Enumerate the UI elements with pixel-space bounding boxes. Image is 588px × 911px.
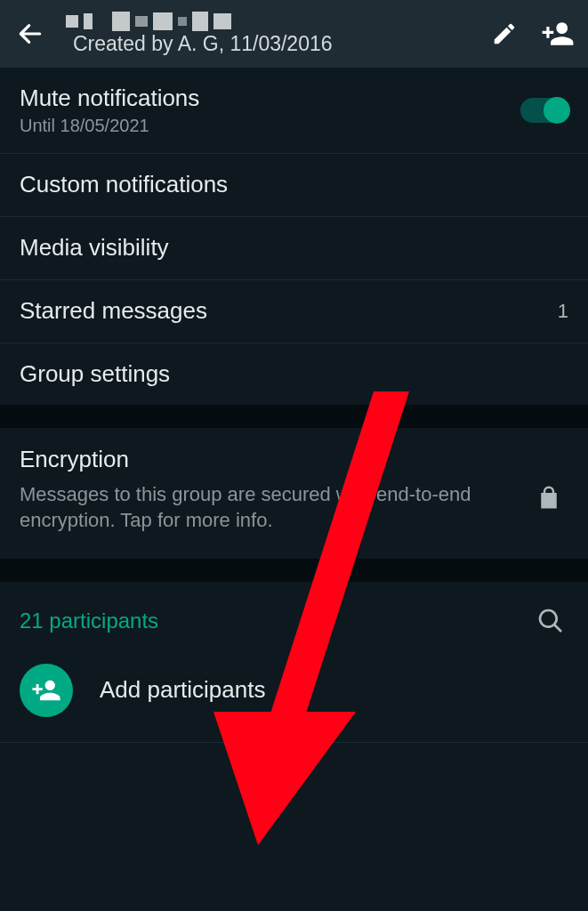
settings-section: Mute notifications Until 18/05/2021 Cust… bbox=[0, 68, 588, 405]
mute-notifications-row[interactable]: Mute notifications Until 18/05/2021 bbox=[0, 68, 588, 154]
group-created-by: Created by A. G, 11/03/2016 bbox=[73, 33, 469, 55]
add-participants-icon bbox=[20, 664, 73, 717]
group-settings-label: Group settings bbox=[20, 361, 568, 388]
section-divider bbox=[0, 405, 588, 428]
starred-messages-row[interactable]: Starred messages 1 bbox=[0, 280, 588, 343]
starred-count: 1 bbox=[558, 300, 568, 323]
app-bar: Created by A. G, 11/03/2016 bbox=[0, 0, 588, 68]
encryption-row[interactable]: Encryption Messages to this group are se… bbox=[0, 428, 588, 558]
lock-icon bbox=[529, 478, 568, 517]
title-area: Created by A. G, 11/03/2016 bbox=[66, 12, 469, 55]
add-participants-label: Add participants bbox=[100, 676, 265, 704]
add-participant-button[interactable] bbox=[540, 16, 576, 52]
custom-notif-label: Custom notifications bbox=[20, 172, 568, 198]
group-name-redacted bbox=[66, 12, 469, 31]
back-button[interactable] bbox=[12, 16, 48, 52]
mute-toggle[interactable] bbox=[520, 98, 568, 123]
mute-sub: Until 18/05/2021 bbox=[20, 116, 510, 135]
media-vis-label: Media visibility bbox=[20, 235, 568, 262]
encryption-desc: Messages to this group are secured with … bbox=[20, 482, 517, 533]
custom-notifications-row[interactable]: Custom notifications bbox=[0, 154, 588, 217]
starred-label: Starred messages bbox=[20, 298, 547, 325]
add-participants-row[interactable]: Add participants bbox=[0, 646, 588, 743]
section-divider-2 bbox=[0, 559, 588, 582]
participants-count: 21 participants bbox=[20, 609, 533, 633]
encryption-title: Encryption bbox=[20, 446, 517, 473]
search-participants-button[interactable] bbox=[533, 603, 568, 639]
mute-label: Mute notifications bbox=[20, 85, 510, 112]
group-settings-row[interactable]: Group settings bbox=[0, 343, 588, 406]
group-info-screen: Created by A. G, 11/03/2016 Mute notific… bbox=[0, 0, 588, 911]
media-visibility-row[interactable]: Media visibility bbox=[0, 217, 588, 280]
edit-button[interactable] bbox=[487, 16, 522, 52]
participants-header: 21 participants bbox=[0, 582, 588, 646]
